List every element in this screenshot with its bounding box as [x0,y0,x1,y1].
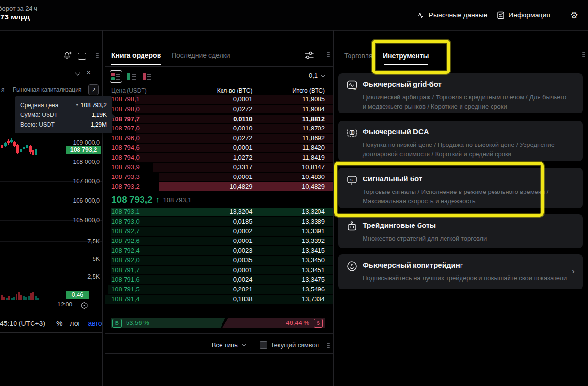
timezone-settings-icon[interactable] [80,302,88,309]
view-both-sides-icon[interactable] [110,70,122,83]
card-desc: Циклический арбитраж / Торговля с кредит… [363,93,570,111]
turnover-label: борот за 24 ч [0,4,37,13]
view-asks-only-icon[interactable] [141,70,153,83]
panel-divider[interactable] [102,30,103,386]
grid-bot-icon: 5x [346,80,358,91]
card-desc: Подписывайтесь на лучших трейдеров и пов… [363,273,570,283]
volume-badge: 0,46 [66,291,89,299]
orderbook-settings-icon[interactable] [304,50,314,60]
card-futures-copytrading[interactable]: Фьючерсный копитрейдинг Подписывайтесь н… [338,254,583,290]
tick-size-select[interactable]: 0,1 [309,72,325,79]
turnover-value: ,73 млрд [0,13,37,21]
turnover-24h: борот за 24 ч ,73 млрд [0,4,37,21]
ask-row[interactable]: 108 798,00,027211,9084 [105,104,333,114]
tools-panel: Торговля Инструменты 5x Фьючерсный grid-… [333,30,588,386]
current-symbol-checkbox[interactable]: Текущий символ [260,341,319,349]
card-futures-grid-bot[interactable]: 5x Фьючерсный grid-бот Циклический арбит… [338,73,583,113]
bid-row[interactable]: 108 791,40,183813,7334 [105,294,333,304]
buy-ratio-value: 53,56 % [126,318,149,328]
tooltip-row: Всего: USDT1,29M [20,120,107,129]
ask-row[interactable]: 108 798,10,000111,9085 [105,95,333,104]
ask-row[interactable]: 108 794,60,000111,8420 [105,143,333,153]
volume-axis-label: 7,5K [87,238,100,245]
bid-row[interactable]: 108 792,70,000213,3391 [105,226,333,236]
filter-menu-icon[interactable] [327,343,330,348]
bid-row[interactable]: 108 791,50,202113,5496 [105,285,333,294]
chevron-down-icon [242,342,247,347]
volume-axis-label: 5K [93,256,100,262]
card-signal-bot[interactable]: s Сигнальный бот Торговые сигналы / Испо… [338,168,583,208]
signal-bot-icon: s [346,174,358,186]
tab-tools[interactable]: Инструменты [383,52,429,60]
tab-trade[interactable]: Торговля [344,52,372,60]
sell-ratio-value: 46,44 % [286,318,309,328]
tools-menu-icon[interactable] [582,52,585,57]
price-axis-label: 106 000,0 [73,197,100,204]
price-axis-label: 108 000,0 [73,159,100,165]
svg-text:$: $ [351,131,353,134]
volume-layer [0,253,73,300]
log-scale-button[interactable]: лог [70,320,80,327]
bottom-divider [0,382,333,382]
last-traded-price: 108 793,2 [111,194,153,205]
ratio-sell-bar [222,318,325,328]
price-axis-label: 107 000,0 [73,178,100,185]
col-price: Цена (USDT) [111,86,188,96]
mark-price: 108 793,1 [163,196,191,204]
ask-row[interactable]: 108 797,00,001011,8702 [105,124,333,133]
market-data-label: Рыночные данные [429,11,488,19]
col-total: Итого (BTC) [252,86,325,96]
card-trading-bots[interactable]: Трейдинговые боты Множество стратегий дл… [338,214,583,248]
bid-row[interactable]: 108 792,60,000113,3392 [105,236,333,246]
bid-row[interactable]: 108 792,00,003513,3450 [105,256,333,265]
orderbook-column-headers: Цена (USDT) Кол-во (BTC) Итого (BTC) [105,86,333,96]
buy-badge: B [112,319,122,328]
ask-row[interactable]: 108 797,70,011011,8812 [105,114,333,124]
tooltip-row: Средняя цена≈ 108 793,2 [20,100,107,110]
card-title: Фьючерсный копитрейдинг [363,261,463,269]
chevron-down-icon [321,72,326,77]
divider [105,333,333,334]
tab-orderbook[interactable]: Книга ордеров [111,51,161,59]
price-axis-label: 105 000,0 [73,217,100,224]
tab-recent-trades[interactable]: Последние сделки [172,51,230,59]
ask-row[interactable]: 108 793,90,331710,8147 [105,162,333,172]
bid-row[interactable]: 108 793,00,018513,3389 [105,217,333,226]
dca-icon: $ [346,127,358,139]
bid-row[interactable]: 108 792,40,002313,3415 [105,246,333,256]
card-desc: Покупка по низкой цене / Продажа по высо… [363,140,570,159]
ask-row[interactable]: 108 793,210,482910,4829 [105,182,333,192]
card-futures-dca[interactable]: $ Фьючерсный DCA Покупка по низкой цене … [338,121,583,161]
percent-scale-button[interactable]: % [56,320,62,327]
ask-row[interactable]: 108 793,30,000110,4830 [105,172,333,182]
clock-utc[interactable]: :45:10 (UTC+3) [0,320,45,327]
card-title: Трейдинговые боты [363,221,436,229]
all-types-select[interactable]: Все типы [212,341,246,349]
bid-row[interactable]: 108 791,70,000113,3451 [105,265,333,275]
settings-gear-icon[interactable]: ⚙ [570,11,578,20]
sell-badge: S [314,319,323,328]
last-price-row[interactable]: 108 793,2 ↑ 108 793,1 [105,193,333,207]
bid-row[interactable]: 108 793,113,320413,3204 [105,207,333,217]
info-label: Информация [509,11,550,19]
price-direction-arrow-icon: ↑ [156,195,159,204]
auto-scale-button[interactable]: авто [88,320,102,327]
orderbook-menu-icon[interactable] [327,52,330,57]
chart-panel: × я Рыночная капитализация ↗ Средняя цен… [0,30,102,386]
tooltip-row: Сумма: USDT1,19K [20,110,107,120]
pulse-icon [416,11,425,19]
orderbook-bids: 108 793,113,320413,3204 108 793,00,01851… [105,207,333,304]
document-icon [497,11,505,19]
last-price-line [0,150,67,150]
current-symbol-label: Текущий символ [270,341,319,349]
tick-size-value: 0,1 [309,72,318,79]
ask-row[interactable]: 108 796,00,027211,8692 [105,133,333,143]
chart-toolbar: :45:10 (UTC+3) % лог авто [0,314,102,333]
info-link[interactable]: Информация [497,11,550,19]
bid-row[interactable]: 108 791,60,002413,3475 [105,275,333,285]
orderbook-panel: Книга ордеров Последние сделки 0,1 Цена … [105,30,333,386]
market-data-link[interactable]: Рыночные данные [416,11,488,19]
topbar: борот за 24 ч ,73 млрд Рыночные данные И… [0,0,588,31]
ask-row[interactable]: 108 794,01,027211,8419 [105,153,333,162]
view-bids-only-icon[interactable] [125,70,138,83]
